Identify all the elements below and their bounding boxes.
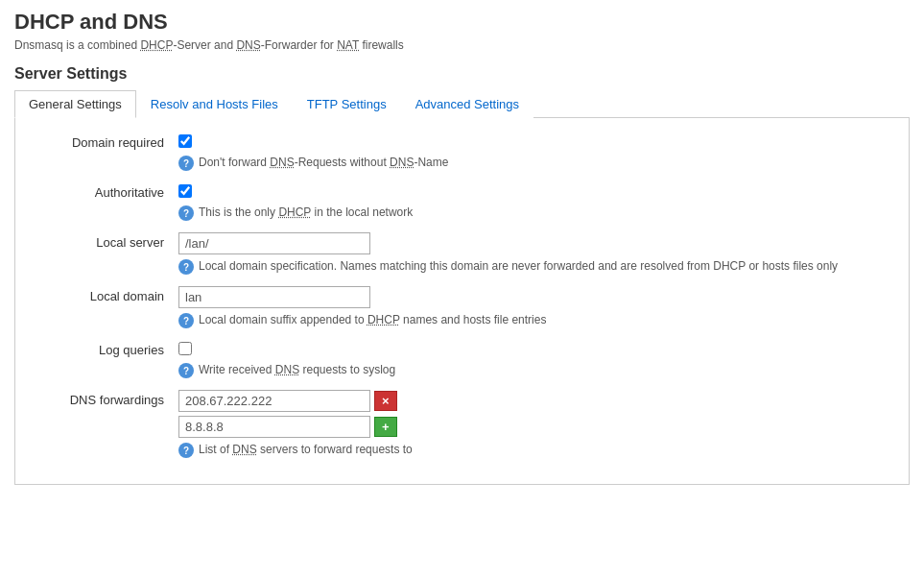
dns-forwarding-remove-button-0[interactable]: × [374,391,397,411]
authoritative-help-text: This is the only DHCP in the local netwo… [199,205,413,221]
local-domain-help-text: Local domain suffix appended to DHCP nam… [199,312,546,328]
domain-required-row: Domain required ? Don't forward DNS-Requ… [25,133,899,171]
domain-required-help-text: Don't forward DNS-Requests without DNS-N… [199,155,448,171]
tab-resolv[interactable]: Resolv and Hosts Files [136,90,293,118]
dns-forwardings-label: DNS forwardings [25,390,178,407]
dns-forwarding-add-button-1[interactable]: + [374,417,397,437]
domain-required-content: ? Don't forward DNS-Requests without DNS… [178,133,899,171]
local-server-input[interactable] [178,232,370,254]
dns-forwardings-row: DNS forwardings × + ? List of DNS server… [25,390,899,458]
dns-forwardings-help-text: List of DNS servers to forward requests … [199,442,413,458]
page-title: DHCP and DNS [14,10,910,35]
local-server-label: Local server [25,232,178,250]
log-queries-help-icon: ? [178,363,194,378]
local-server-row: Local server ? Local domain specificatio… [25,232,899,275]
local-server-help: ? Local domain specification. Names matc… [178,258,899,275]
tab-general[interactable]: General Settings [14,90,136,118]
domain-required-checkbox[interactable] [178,134,192,148]
log-queries-label: Log queries [25,340,178,357]
log-queries-row: Log queries ? Write received DNS request… [25,340,899,378]
log-queries-help: ? Write received DNS requests to syslog [178,362,899,378]
local-domain-input[interactable] [178,286,370,308]
local-domain-row: Local domain ? Local domain suffix appen… [25,286,899,328]
authoritative-row: Authoritative ? This is the only DHCP in… [25,182,899,221]
log-queries-help-text: Write received DNS requests to syslog [199,362,395,378]
domain-required-label: Domain required [25,133,178,150]
local-domain-help: ? Local domain suffix appended to DHCP n… [178,312,899,328]
dns-forwardings-content: × + ? List of DNS servers to forward req… [178,390,899,458]
dns-forwardings-help-icon: ? [178,443,194,458]
local-domain-content: ? Local domain suffix appended to DHCP n… [178,286,899,328]
dns-forwarding-entry-1: + [178,416,899,438]
log-queries-content: ? Write received DNS requests to syslog [178,340,899,378]
domain-required-help: ? Don't forward DNS-Requests without DNS… [178,155,899,171]
local-server-content: ? Local domain specification. Names matc… [178,232,899,275]
dns-forwarding-entry-0: × [178,390,899,412]
authoritative-content: ? This is the only DHCP in the local net… [178,182,899,221]
dns-forwarding-input-0[interactable] [178,390,370,412]
dns-forwarding-input-1[interactable] [178,416,370,438]
tabs-container: General Settings Resolv and Hosts Files … [14,90,910,118]
authoritative-help: ? This is the only DHCP in the local net… [178,205,899,221]
settings-body: Domain required ? Don't forward DNS-Requ… [14,118,910,485]
authoritative-help-icon: ? [178,205,194,221]
domain-required-help-icon: ? [178,156,194,171]
dns-forwardings-help: ? List of DNS servers to forward request… [178,442,899,458]
server-settings-heading: Server Settings [14,65,910,83]
local-domain-label: Local domain [25,286,178,303]
tab-tftp[interactable]: TFTP Settings [293,90,401,118]
local-server-help-icon: ? [178,259,194,275]
local-domain-help-icon: ? [178,313,194,328]
log-queries-checkbox[interactable] [178,342,192,355]
tab-advanced[interactable]: Advanced Settings [401,90,533,118]
page-subtitle: Dnsmasq is a combined DHCP-Server and DN… [14,38,910,52]
local-server-help-text: Local domain specification. Names matchi… [199,258,838,275]
authoritative-checkbox[interactable] [178,184,192,198]
authoritative-label: Authoritative [25,182,178,200]
